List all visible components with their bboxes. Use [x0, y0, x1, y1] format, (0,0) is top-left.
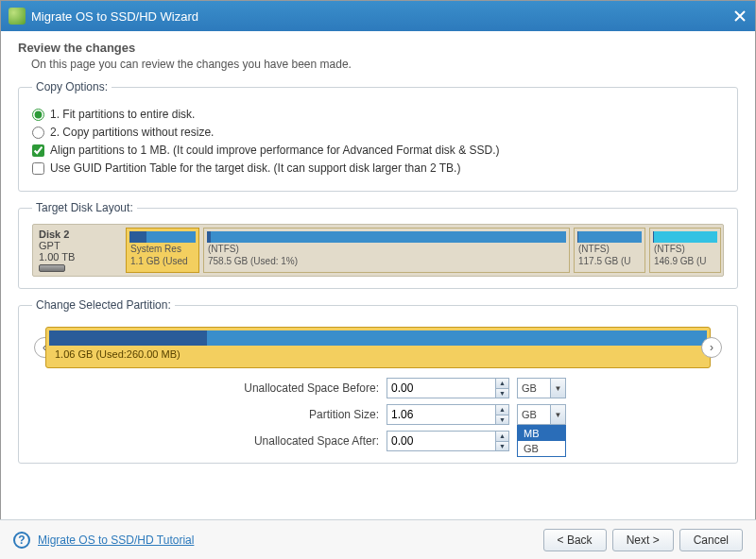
unalloc-after-label: Unallocated Space After: [190, 434, 379, 448]
selected-partition-bar[interactable]: 1.06 GB (Used:260.00 MB) [45, 327, 711, 368]
cancel-button[interactable]: Cancel [679, 529, 743, 551]
checkbox-align-label: Align partitions to 1 MB. (It could impr… [50, 144, 500, 157]
unit-option-mb[interactable]: MB [518, 426, 565, 441]
titlebar: Migrate OS to SSD/HD Wizard [1, 1, 755, 31]
partition-size: 758.5 GB (Used: 1%) [204, 255, 569, 267]
unalloc-before-field[interactable] [387, 379, 495, 398]
spin-up-icon[interactable]: ▲ [496, 432, 508, 442]
disk-layout-row: Disk 2 GPT 1.00 TB System Res 1.1 GB (Us… [32, 224, 724, 277]
partition-size: 146.9 GB (U [650, 255, 720, 267]
disk-name: Disk 2 [39, 229, 118, 240]
partition-label: (NTFS) [204, 243, 569, 255]
chevron-down-icon[interactable]: ▼ [550, 405, 565, 424]
radio-fit-label: 1. Fit partitions to entire disk. [50, 108, 195, 121]
partition-size-field[interactable] [387, 405, 495, 424]
spin-down-icon[interactable]: ▼ [496, 442, 508, 451]
unit-select-size[interactable]: GB ▼ MB GB [517, 404, 566, 425]
unit-select-before[interactable]: GB ▼ [517, 378, 566, 398]
partition-label: (NTFS) [575, 243, 644, 255]
close-icon[interactable] [732, 8, 747, 24]
unit-value: GB [518, 379, 550, 398]
partition-ntfs-main[interactable]: (NTFS) 758.5 GB (Used: 1%) [203, 228, 570, 273]
disk-size: 1.00 TB [39, 251, 118, 263]
checkbox-align-1mb[interactable] [32, 144, 44, 157]
disk-info: Disk 2 GPT 1.00 TB [33, 225, 124, 276]
copy-options-legend: Copy Options: [32, 80, 112, 93]
disk-type: GPT [39, 240, 118, 251]
unit-option-gb[interactable]: GB [518, 441, 565, 456]
partition-size-input[interactable]: ▲▼ [387, 404, 509, 425]
unalloc-after-input[interactable]: ▲▼ [387, 431, 509, 451]
chevron-down-icon[interactable]: ▼ [550, 379, 565, 398]
copy-options-group: Copy Options: 1. Fit partitions to entir… [18, 80, 738, 192]
help-icon[interactable]: ? [13, 532, 30, 549]
back-button[interactable]: < Back [543, 529, 607, 551]
target-disk-layout-group: Target Disk Layout: Disk 2 GPT 1.00 TB S… [18, 201, 738, 289]
spin-up-icon[interactable]: ▲ [496, 405, 508, 415]
partition-next-button[interactable]: › [701, 337, 722, 358]
footer-bar: ? Migrate OS to SSD/HD Tutorial < Back N… [0, 519, 756, 559]
partition-ntfs-2[interactable]: (NTFS) 117.5 GB (U [574, 228, 645, 273]
partition-label: System Res [127, 243, 198, 255]
partition-size-label: Partition Size: [190, 408, 379, 421]
app-icon [9, 8, 26, 25]
checkbox-guid-table[interactable] [32, 162, 44, 175]
target-disk-legend: Target Disk Layout: [32, 201, 137, 214]
selected-partition-label: 1.06 GB (Used:260.00 MB) [49, 348, 707, 360]
radio-fit-partitions[interactable] [32, 109, 44, 121]
spin-down-icon[interactable]: ▼ [496, 389, 508, 398]
checkbox-guid-label: Use GUID Partition Table for the target … [50, 161, 460, 175]
unalloc-after-field[interactable] [387, 432, 495, 450]
partition-size: 117.5 GB (U [575, 255, 644, 267]
unalloc-before-input[interactable]: ▲▼ [387, 378, 509, 398]
window-title: Migrate OS to SSD/HD Wizard [31, 9, 732, 24]
hdd-icon [39, 264, 65, 272]
page-title: Review the changes [18, 41, 738, 55]
partition-ntfs-3[interactable]: (NTFS) 146.9 GB (U [649, 228, 721, 273]
change-selected-legend: Change Selected Partition: [32, 298, 175, 312]
unit-dropdown: MB GB [517, 425, 566, 457]
partition-system-reserved[interactable]: System Res 1.1 GB (Used [126, 228, 199, 273]
spin-up-icon[interactable]: ▲ [496, 379, 508, 389]
partition-size: 1.1 GB (Used [127, 255, 198, 267]
spin-down-icon[interactable]: ▼ [496, 415, 508, 425]
radio-copy-label: 2. Copy partitions without resize. [50, 126, 214, 139]
page-subtitle: On this page you can review the changes … [31, 58, 738, 71]
change-selected-partition-group: Change Selected Partition: ‹ 1.06 GB (Us… [18, 298, 738, 464]
unit-value: GB [518, 405, 550, 424]
next-button[interactable]: Next > [612, 529, 674, 551]
unalloc-before-label: Unallocated Space Before: [190, 381, 379, 395]
partition-label: (NTFS) [650, 243, 720, 255]
tutorial-link[interactable]: Migrate OS to SSD/HD Tutorial [38, 534, 194, 547]
radio-copy-noResize[interactable] [32, 127, 44, 139]
